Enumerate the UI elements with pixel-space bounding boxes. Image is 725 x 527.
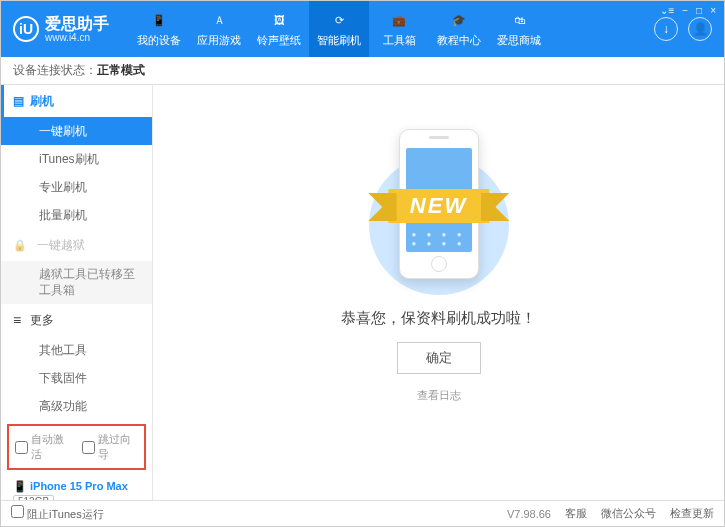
tutorial-icon: 🎓 [449, 10, 469, 30]
account-button[interactable]: 👤 [688, 17, 712, 41]
nav-apps[interactable]: Ａ 应用游戏 [189, 1, 249, 57]
sidebar-jailbreak-notice[interactable]: 越狱工具已转移至工具箱 [1, 261, 152, 304]
device-icon [13, 480, 30, 492]
window-controls: ⌄≡ − □ × [660, 5, 716, 16]
main-nav: 📱 我的设备 Ａ 应用游戏 🖼 铃声壁纸 ⟳ 智能刷机 💼 工具箱 🎓 教程 [129, 1, 646, 57]
wechat-link[interactable]: 微信公众号 [601, 506, 656, 521]
statusbar: 阻止iTunes运行 V7.98.66 客服 微信公众号 检查更新 [1, 500, 724, 526]
connection-status: 设备连接状态： 正常模式 [1, 57, 724, 85]
presets-button[interactable]: ⌄≡ [660, 5, 674, 16]
main-content: ● ● ● ●● ● ● ● NEW 恭喜您，保资料刷机成功啦！ 确定 查看日志 [153, 85, 724, 500]
phone-icon: 📱 [149, 10, 169, 30]
brand-name: 爱思助手 [45, 15, 109, 33]
titlebar: ⌄≡ − □ × iU 爱思助手 www.i4.cn 📱 我的设备 Ａ 应用游戏… [1, 1, 724, 57]
new-ribbon: NEW [388, 189, 489, 223]
brand-url: www.i4.cn [45, 32, 109, 43]
store-icon: 🛍 [509, 10, 529, 30]
sidebar-group-flash[interactable]: ▤ 刷机 [1, 85, 152, 117]
device-info[interactable]: iPhone 15 Pro Max 512GB iPhone [1, 474, 152, 500]
success-illustration: ● ● ● ●● ● ● ● NEW [339, 115, 539, 285]
logo: iU 爱思助手 www.i4.cn [13, 15, 109, 44]
nav-toolbox[interactable]: 💼 工具箱 [369, 1, 429, 57]
nav-tutorial[interactable]: 🎓 教程中心 [429, 1, 489, 57]
sidebar: ▤ 刷机 一键刷机 iTunes刷机 专业刷机 批量刷机 一键越狱 越狱工具已转… [1, 85, 153, 500]
sidebar-group-jailbreak: 一键越狱 [1, 229, 152, 261]
apps-icon: Ａ [209, 10, 229, 30]
connection-mode: 正常模式 [97, 62, 145, 79]
toolbox-icon: 💼 [389, 10, 409, 30]
view-log-link[interactable]: 查看日志 [417, 388, 461, 403]
device-storage: 512GB [13, 495, 54, 500]
nav-ringtones[interactable]: 🖼 铃声壁纸 [249, 1, 309, 57]
sidebar-group-more[interactable]: 更多 [1, 304, 152, 336]
sidebar-item-download-firmware[interactable]: 下载固件 [1, 364, 152, 392]
ok-button[interactable]: 确定 [397, 342, 481, 374]
sidebar-item-pro-flash[interactable]: 专业刷机 [1, 173, 152, 201]
user-icon: 👤 [693, 22, 708, 36]
close-button[interactable]: × [710, 5, 716, 16]
check-update-link[interactable]: 检查更新 [670, 506, 714, 521]
download-button[interactable]: ↓ [654, 17, 678, 41]
options-box: 自动激活 跳过向导 [7, 424, 146, 470]
sidebar-item-batch-flash[interactable]: 批量刷机 [1, 201, 152, 229]
sidebar-item-one-key-flash[interactable]: 一键刷机 [1, 117, 152, 145]
auto-activate-checkbox[interactable]: 自动激活 [15, 432, 72, 462]
lock-icon [13, 238, 31, 252]
nav-store[interactable]: 🛍 爱思商城 [489, 1, 549, 57]
support-link[interactable]: 客服 [565, 506, 587, 521]
skip-guide-checkbox[interactable]: 跳过向导 [82, 432, 139, 462]
minimize-button[interactable]: − [682, 5, 688, 16]
version-label: V7.98.66 [507, 508, 551, 520]
logo-icon: iU [13, 16, 39, 42]
sidebar-item-other-tools[interactable]: 其他工具 [1, 336, 152, 364]
sidebar-item-itunes-flash[interactable]: iTunes刷机 [1, 145, 152, 173]
sidebar-item-advanced[interactable]: 高级功能 [1, 392, 152, 420]
nav-my-device[interactable]: 📱 我的设备 [129, 1, 189, 57]
nav-flash[interactable]: ⟳ 智能刷机 [309, 1, 369, 57]
success-message: 恭喜您，保资料刷机成功啦！ [341, 309, 536, 328]
wallpaper-icon: 🖼 [269, 10, 289, 30]
flash-icon: ⟳ [329, 10, 349, 30]
download-icon: ↓ [663, 22, 669, 36]
block-itunes-checkbox[interactable]: 阻止iTunes运行 [11, 505, 104, 522]
more-icon [13, 312, 24, 328]
flash-group-icon: ▤ [13, 94, 24, 108]
maximize-button[interactable]: □ [696, 5, 702, 16]
